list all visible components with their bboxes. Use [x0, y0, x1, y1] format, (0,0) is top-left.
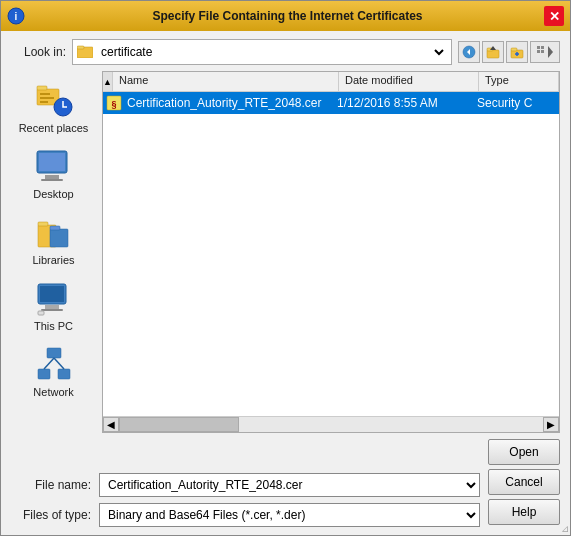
dialog-icon: i [7, 7, 25, 25]
sidebar-item-label: This PC [34, 320, 73, 332]
dialog-title: Specify File Containing the Internet Cer… [31, 9, 544, 23]
svg-rect-30 [50, 229, 68, 247]
svg-marker-17 [548, 46, 553, 58]
svg-rect-38 [38, 369, 50, 379]
files-of-type-row: Files of type: Binary and Base64 Files (… [11, 503, 480, 527]
scrollbar-thumb[interactable] [119, 417, 239, 432]
sidebar-item-recent-places[interactable]: Recent places [11, 75, 96, 139]
look-in-label: Look in: [11, 45, 66, 59]
sidebar-item-this-pc[interactable]: This PC [11, 273, 96, 337]
horizontal-scrollbar[interactable]: ◀ ▶ [103, 416, 559, 432]
help-button[interactable]: Help [488, 499, 560, 525]
sidebar-item-label: Libraries [32, 254, 74, 266]
sidebar-item-libraries[interactable]: Libraries [11, 207, 96, 271]
col-header-date[interactable]: Date modified [339, 72, 479, 91]
svg-rect-22 [40, 101, 48, 103]
svg-rect-34 [45, 305, 59, 309]
up-folder-button[interactable] [482, 41, 504, 63]
svg-rect-31 [50, 226, 60, 230]
svg-rect-29 [38, 222, 48, 226]
sidebar-item-label: Network [33, 386, 73, 398]
col-header-name[interactable]: Name [113, 72, 339, 91]
table-row[interactable]: § Certification_Autority_RTE_2048.cer 1/… [103, 92, 559, 114]
file-list-header: ▲ Name Date modified Type [103, 72, 559, 92]
sidebar: Recent places Desktop [11, 71, 96, 433]
desktop-icon [34, 146, 74, 186]
network-icon [34, 344, 74, 384]
file-name-input[interactable]: Certification_Autority_RTE_2048.cer [99, 473, 480, 497]
file-name-label: File name: [11, 478, 91, 492]
svg-rect-36 [38, 311, 44, 315]
bottom-section: File name: Certification_Autority_RTE_20… [11, 439, 560, 527]
svg-text:i: i [15, 11, 18, 22]
look-in-select[interactable]: certificate [72, 39, 452, 65]
sidebar-item-label: Desktop [33, 188, 73, 200]
recent-places-icon [34, 80, 74, 120]
bottom-fields: File name: Certification_Autority_RTE_20… [11, 469, 480, 527]
svg-text:§: § [111, 99, 116, 109]
svg-rect-10 [511, 48, 517, 51]
svg-rect-33 [40, 286, 64, 302]
svg-rect-15 [537, 50, 540, 53]
svg-rect-35 [41, 309, 63, 311]
cancel-button[interactable]: Cancel [488, 469, 560, 495]
this-pc-icon [34, 278, 74, 318]
file-list-body: § Certification_Autority_RTE_2048.cer 1/… [103, 92, 559, 416]
files-of-type-label: Files of type: [11, 508, 91, 522]
svg-line-41 [54, 358, 64, 369]
scroll-left-button[interactable]: ◀ [103, 417, 119, 432]
svg-rect-3 [77, 46, 84, 49]
look-in-row: Look in: certificate [11, 39, 560, 65]
svg-rect-25 [39, 153, 65, 171]
folder-icon-small [77, 44, 93, 61]
look-in-dropdown[interactable]: certificate [97, 44, 447, 60]
svg-line-40 [44, 358, 54, 369]
action-buttons: Open Cancel Help [488, 439, 560, 527]
scroll-right-button[interactable]: ▶ [543, 417, 559, 432]
file-type: Security C [477, 96, 557, 110]
col-header-type[interactable]: Type [479, 72, 559, 91]
svg-rect-27 [41, 179, 63, 181]
close-button[interactable]: ✕ [544, 6, 564, 26]
open-button[interactable]: Open [488, 439, 560, 465]
svg-rect-19 [37, 86, 47, 90]
sidebar-item-label: Recent places [19, 122, 89, 134]
svg-rect-26 [45, 175, 59, 179]
file-list-container: ▲ Name Date modified Type § Certificatio [102, 71, 560, 433]
svg-rect-37 [47, 348, 61, 358]
dialog-window: i Specify File Containing the Internet C… [0, 0, 571, 536]
create-folder-button[interactable] [506, 41, 528, 63]
sort-indicator[interactable]: ▲ [103, 72, 113, 91]
libraries-icon [34, 212, 74, 252]
sidebar-item-desktop[interactable]: Desktop [11, 141, 96, 205]
sidebar-item-network[interactable]: Network [11, 339, 96, 403]
title-bar: i Specify File Containing the Internet C… [1, 1, 570, 31]
views-button[interactable] [530, 41, 560, 63]
files-of-type-select[interactable]: Binary and Base64 Files (*.cer, *.der) [99, 503, 480, 527]
svg-rect-13 [537, 46, 540, 49]
scrollbar-track[interactable] [119, 417, 543, 432]
svg-rect-39 [58, 369, 70, 379]
svg-rect-14 [541, 46, 544, 49]
go-back-button[interactable] [458, 41, 480, 63]
file-icon: § [105, 94, 123, 112]
file-name: Certification_Autority_RTE_2048.cer [127, 96, 337, 110]
toolbar-buttons [458, 41, 560, 63]
file-name-row: File name: Certification_Autority_RTE_20… [11, 473, 480, 497]
resize-handle: ⊿ [561, 523, 569, 534]
svg-rect-20 [40, 93, 50, 95]
dialog-body: Look in: certificate [1, 31, 570, 535]
svg-rect-21 [40, 97, 54, 99]
svg-rect-16 [541, 50, 544, 53]
main-area: Recent places Desktop [11, 71, 560, 433]
file-date: 1/12/2016 8:55 AM [337, 96, 477, 110]
